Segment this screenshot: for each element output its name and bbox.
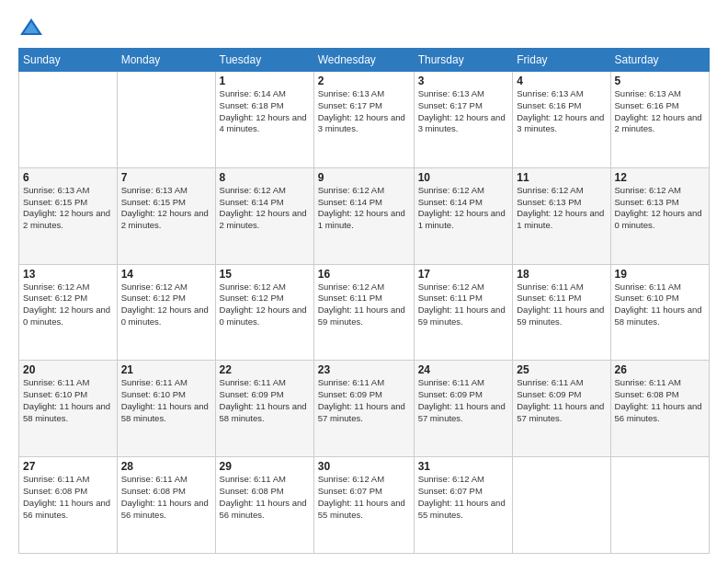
day-number: 11 [517,171,606,184]
day-number: 13 [23,268,113,281]
calendar-week-3: 13Sunrise: 6:12 AM Sunset: 6:12 PM Dayli… [19,264,710,361]
calendar-cell: 21Sunrise: 6:11 AM Sunset: 6:10 PM Dayli… [117,361,215,457]
calendar-cell: 1Sunrise: 6:14 AM Sunset: 6:18 PM Daylig… [215,72,313,168]
day-number: 3 [418,75,509,87]
calendar-cell: 13Sunrise: 6:12 AM Sunset: 6:12 PM Dayli… [19,264,118,361]
calendar-cell: 22Sunrise: 6:11 AM Sunset: 6:09 PM Dayli… [215,361,313,457]
calendar-cell: 12Sunrise: 6:12 AM Sunset: 6:13 PM Dayli… [610,167,709,264]
calendar-cell [513,457,610,554]
day-info: Sunrise: 6:11 AM Sunset: 6:08 PM Dayligh… [23,474,113,521]
day-info: Sunrise: 6:11 AM Sunset: 6:08 PM Dayligh… [220,474,310,521]
calendar-cell: 29Sunrise: 6:11 AM Sunset: 6:08 PM Dayli… [215,457,313,554]
day-number: 10 [418,171,509,184]
calendar-cell: 11Sunrise: 6:12 AM Sunset: 6:13 PM Dayli… [513,167,610,264]
calendar-table: SundayMondayTuesdayWednesdayThursdayFrid… [18,48,710,554]
day-number: 14 [121,268,211,281]
calendar-cell: 20Sunrise: 6:11 AM Sunset: 6:10 PM Dayli… [19,361,118,457]
calendar-week-5: 27Sunrise: 6:11 AM Sunset: 6:08 PM Dayli… [19,457,710,554]
calendar-cell: 6Sunrise: 6:13 AM Sunset: 6:15 PM Daylig… [19,167,118,264]
day-info: Sunrise: 6:13 AM Sunset: 6:17 PM Dayligh… [418,88,509,135]
calendar-cell: 19Sunrise: 6:11 AM Sunset: 6:10 PM Dayli… [610,264,709,361]
day-info: Sunrise: 6:14 AM Sunset: 6:18 PM Dayligh… [220,88,310,135]
day-number: 2 [318,75,410,87]
calendar-cell [19,72,118,168]
calendar-cell: 23Sunrise: 6:11 AM Sunset: 6:09 PM Dayli… [313,361,414,457]
page: SundayMondayTuesdayWednesdayThursdayFrid… [0,0,728,563]
calendar-cell: 15Sunrise: 6:12 AM Sunset: 6:12 PM Dayli… [215,264,313,361]
calendar-cell: 2Sunrise: 6:13 AM Sunset: 6:17 PM Daylig… [313,72,414,168]
day-info: Sunrise: 6:11 AM Sunset: 6:11 PM Dayligh… [517,282,606,328]
day-number: 27 [23,460,113,473]
calendar-header-row: SundayMondayTuesdayWednesdayThursdayFrid… [19,49,710,72]
calendar-cell: 8Sunrise: 6:12 AM Sunset: 6:14 PM Daylig… [215,167,313,264]
day-number: 12 [615,171,705,184]
day-number: 1 [220,75,310,87]
day-number: 4 [517,75,606,87]
header [18,15,710,40]
weekday-header-sunday: Sunday [19,49,118,72]
day-info: Sunrise: 6:12 AM Sunset: 6:14 PM Dayligh… [220,185,310,232]
day-number: 29 [220,460,310,473]
calendar-cell: 27Sunrise: 6:11 AM Sunset: 6:08 PM Dayli… [19,457,118,554]
day-number: 23 [318,363,410,376]
day-info: Sunrise: 6:13 AM Sunset: 6:16 PM Dayligh… [517,88,606,135]
day-info: Sunrise: 6:11 AM Sunset: 6:08 PM Dayligh… [615,377,705,424]
day-number: 31 [418,460,509,473]
weekday-header-wednesday: Wednesday [313,49,414,72]
day-info: Sunrise: 6:11 AM Sunset: 6:10 PM Dayligh… [121,377,211,424]
day-info: Sunrise: 6:12 AM Sunset: 6:11 PM Dayligh… [418,282,509,328]
day-number: 20 [23,363,113,376]
calendar-cell: 24Sunrise: 6:11 AM Sunset: 6:09 PM Dayli… [414,361,513,457]
logo [18,15,48,40]
day-number: 8 [220,171,310,184]
day-info: Sunrise: 6:11 AM Sunset: 6:09 PM Dayligh… [517,377,606,424]
day-info: Sunrise: 6:13 AM Sunset: 6:15 PM Dayligh… [121,185,211,232]
calendar-cell: 28Sunrise: 6:11 AM Sunset: 6:08 PM Dayli… [117,457,215,554]
day-info: Sunrise: 6:13 AM Sunset: 6:17 PM Dayligh… [318,88,410,135]
day-info: Sunrise: 6:11 AM Sunset: 6:10 PM Dayligh… [23,377,113,424]
calendar-cell: 4Sunrise: 6:13 AM Sunset: 6:16 PM Daylig… [513,72,610,168]
calendar-cell: 5Sunrise: 6:13 AM Sunset: 6:16 PM Daylig… [610,72,709,168]
day-number: 9 [318,171,410,184]
day-info: Sunrise: 6:11 AM Sunset: 6:09 PM Dayligh… [418,377,509,424]
day-number: 6 [23,171,113,184]
day-number: 28 [121,460,211,473]
day-number: 19 [615,268,705,281]
day-info: Sunrise: 6:12 AM Sunset: 6:07 PM Dayligh… [318,474,410,521]
day-info: Sunrise: 6:12 AM Sunset: 6:13 PM Dayligh… [615,185,705,232]
day-number: 15 [220,268,310,281]
day-info: Sunrise: 6:12 AM Sunset: 6:12 PM Dayligh… [220,282,310,328]
day-info: Sunrise: 6:12 AM Sunset: 6:14 PM Dayligh… [418,185,509,232]
calendar-cell: 17Sunrise: 6:12 AM Sunset: 6:11 PM Dayli… [414,264,513,361]
calendar-week-4: 20Sunrise: 6:11 AM Sunset: 6:10 PM Dayli… [19,361,710,457]
logo-icon [18,15,44,40]
calendar-cell [610,457,709,554]
calendar-cell: 7Sunrise: 6:13 AM Sunset: 6:15 PM Daylig… [117,167,215,264]
day-number: 17 [418,268,509,281]
day-number: 25 [517,363,606,376]
weekday-header-friday: Friday [513,49,610,72]
day-number: 5 [615,75,705,87]
day-info: Sunrise: 6:11 AM Sunset: 6:08 PM Dayligh… [121,474,211,521]
calendar-cell: 30Sunrise: 6:12 AM Sunset: 6:07 PM Dayli… [313,457,414,554]
day-info: Sunrise: 6:12 AM Sunset: 6:12 PM Dayligh… [121,282,211,328]
calendar-week-1: 1Sunrise: 6:14 AM Sunset: 6:18 PM Daylig… [19,72,710,168]
day-info: Sunrise: 6:11 AM Sunset: 6:09 PM Dayligh… [318,377,410,424]
day-info: Sunrise: 6:12 AM Sunset: 6:12 PM Dayligh… [23,282,113,328]
day-number: 22 [220,363,310,376]
day-info: Sunrise: 6:12 AM Sunset: 6:14 PM Dayligh… [318,185,410,232]
weekday-header-tuesday: Tuesday [215,49,313,72]
calendar-cell: 18Sunrise: 6:11 AM Sunset: 6:11 PM Dayli… [513,264,610,361]
day-info: Sunrise: 6:12 AM Sunset: 6:07 PM Dayligh… [418,474,509,521]
calendar-cell: 26Sunrise: 6:11 AM Sunset: 6:08 PM Dayli… [610,361,709,457]
calendar-cell: 9Sunrise: 6:12 AM Sunset: 6:14 PM Daylig… [313,167,414,264]
day-info: Sunrise: 6:11 AM Sunset: 6:09 PM Dayligh… [220,377,310,424]
day-info: Sunrise: 6:13 AM Sunset: 6:16 PM Dayligh… [615,88,705,135]
calendar-cell: 14Sunrise: 6:12 AM Sunset: 6:12 PM Dayli… [117,264,215,361]
calendar-cell: 25Sunrise: 6:11 AM Sunset: 6:09 PM Dayli… [513,361,610,457]
calendar-cell [117,72,215,168]
day-info: Sunrise: 6:13 AM Sunset: 6:15 PM Dayligh… [23,185,113,232]
weekday-header-monday: Monday [117,49,215,72]
day-number: 24 [418,363,509,376]
calendar-cell: 31Sunrise: 6:12 AM Sunset: 6:07 PM Dayli… [414,457,513,554]
